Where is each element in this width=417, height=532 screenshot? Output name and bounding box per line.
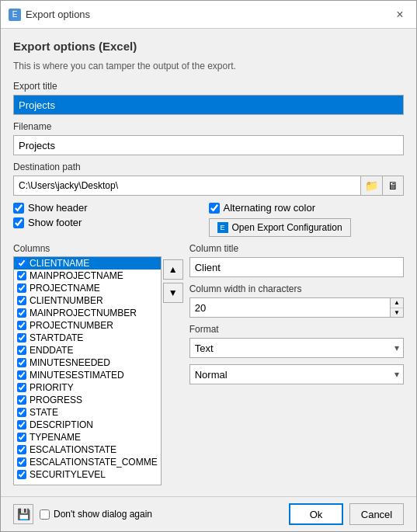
title-bar: E Export options × [1, 1, 416, 29]
normal-select[interactable]: Normal Bold Italic [189, 364, 404, 384]
list-item[interactable]: TYPENAME [14, 431, 161, 443]
list-item[interactable]: DESCRIPTION [14, 419, 161, 431]
save-button[interactable]: 💾 [13, 504, 33, 524]
alternating-row-color-checkbox[interactable]: Alternating row color [209, 202, 316, 214]
move-down-button[interactable]: ▼ [163, 283, 183, 303]
left-checkboxes: Show header Show footer [13, 202, 209, 237]
columns-list-wrapper: CLIENTNAMEMAINPROJECTNAMEPROJECTNAMECLIE… [13, 256, 183, 485]
destination-path-field: Destination path 📁 🖥 [13, 162, 404, 196]
list-item[interactable]: CLIENTNAME [14, 257, 161, 269]
increment-button[interactable]: ▲ [391, 298, 403, 308]
format-label: Format [189, 324, 404, 335]
browse-folder-button[interactable]: 📁 [360, 176, 382, 196]
close-button[interactable]: × [391, 6, 408, 23]
list-item[interactable]: CLIENTNUMBER [14, 294, 161, 307]
format-field: Format Text Number Date Boolean [189, 324, 404, 358]
column-width-field: Column width in characters ▲ ▼ [189, 283, 404, 318]
column-width-spinner: ▲ ▼ [189, 297, 404, 318]
list-item[interactable]: PROJECTNUMBER [14, 319, 161, 332]
normal-field: Normal Bold Italic [189, 364, 404, 384]
show-footer-checkbox[interactable]: Show footer [13, 217, 209, 228]
list-item[interactable]: STATE [14, 406, 161, 419]
destination-path-label: Destination path [13, 162, 404, 172]
list-item[interactable]: STARTDATE [14, 332, 161, 344]
title-bar-text: Export options [26, 9, 90, 20]
filename-input[interactable] [13, 135, 404, 155]
format-select-wrapper: Text Number Date Boolean [189, 338, 404, 358]
move-up-button[interactable]: ▲ [163, 259, 183, 280]
decrement-button[interactable]: ▼ [391, 308, 403, 318]
title-bar-left: E Export options [9, 9, 90, 21]
open-export-config-button[interactable]: E Open Export Configuration [209, 218, 351, 237]
filename-label: Filename [13, 121, 404, 132]
columns-list[interactable]: CLIENTNAMEMAINPROJECTNAMEPROJECTNAMECLIE… [13, 256, 162, 485]
spinners: ▲ ▼ [390, 297, 404, 318]
dont-show-label[interactable]: Don't show dialog again [40, 509, 152, 520]
list-item[interactable]: MINUTESNEEDED [14, 356, 161, 369]
export-config-icon: E [217, 222, 228, 233]
column-width-label: Column width in characters [189, 283, 404, 294]
dialog-body: Export options (Excel) This is where you… [1, 29, 416, 496]
list-item[interactable]: ENDDATE [14, 344, 161, 356]
dialog-footer: 💾 Don't show dialog again Ok Cancel [1, 496, 416, 531]
path-row: 📁 🖥 [13, 176, 404, 196]
right-checkboxes: Alternating row color E Open Export Conf… [209, 202, 405, 237]
export-title-label: Export title [13, 81, 404, 92]
filename-field: Filename [13, 121, 404, 155]
list-item[interactable]: PRIORITY [14, 381, 161, 394]
export-title-field: Export title [13, 81, 404, 115]
column-width-input[interactable] [189, 297, 390, 318]
list-item[interactable]: PROGRESS [14, 394, 161, 406]
list-item[interactable]: PROJECTNAME [14, 282, 161, 294]
list-item[interactable]: MAINPROJECTNUMBER [14, 307, 161, 319]
show-header-checkbox[interactable]: Show header [13, 202, 209, 214]
list-item[interactable]: ESCALATIONSTATE_COMME [14, 456, 161, 468]
columns-label: Columns [13, 243, 183, 254]
list-item[interactable]: MAINPROJECTNAME [14, 269, 161, 282]
columns-section: Columns CLIENTNAMEMAINPROJECTNAMEPROJECT… [13, 243, 404, 485]
dont-show-checkbox[interactable] [40, 509, 50, 520]
normal-select-wrapper: Normal Bold Italic [189, 364, 404, 384]
list-item[interactable]: SECURITYLEVEL [14, 468, 161, 481]
dialog-heading: Export options (Excel) [13, 40, 404, 53]
export-title-input[interactable] [13, 95, 404, 115]
column-title-field: Column title [189, 243, 404, 277]
format-select[interactable]: Text Number Date Boolean [189, 338, 404, 358]
dialog: E Export options × Export options (Excel… [0, 0, 417, 532]
column-properties: Column title Column width in characters … [189, 243, 404, 485]
column-title-input[interactable] [189, 257, 404, 277]
arrow-buttons: ▲ ▼ [163, 256, 183, 485]
ok-button[interactable]: Ok [289, 503, 343, 525]
destination-path-input[interactable] [13, 176, 360, 196]
export-icon: E [9, 9, 21, 21]
column-title-label: Column title [189, 243, 404, 254]
footer-left: 💾 Don't show dialog again [13, 504, 152, 524]
options-row: Show header Show footer Alternating row … [13, 202, 404, 237]
footer-right: Ok Cancel [289, 503, 404, 525]
browse-screen-button[interactable]: 🖥 [382, 176, 404, 196]
columns-list-section: Columns CLIENTNAMEMAINPROJECTNAMEPROJECT… [13, 243, 183, 485]
dialog-subtitle: This is where you can tamper the output … [13, 61, 404, 71]
list-item[interactable]: MINUTESESTIMATED [14, 369, 161, 381]
list-item[interactable]: ESCALATIONSTATE [14, 443, 161, 456]
cancel-button[interactable]: Cancel [349, 503, 404, 525]
